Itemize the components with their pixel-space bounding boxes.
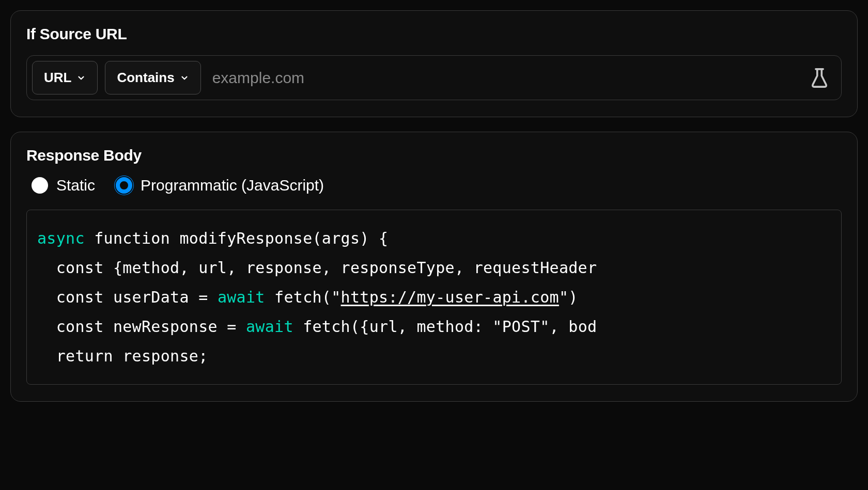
code-text: ") bbox=[559, 288, 578, 306]
field-select-label: URL bbox=[44, 70, 71, 86]
radio-programmatic-label: Programmatic (JavaScript) bbox=[141, 177, 324, 194]
radio-indicator bbox=[32, 177, 48, 194]
code-text: fetch(" bbox=[265, 288, 341, 306]
radio-group: Static Programmatic (JavaScript) bbox=[26, 177, 842, 194]
code-text: return response; bbox=[37, 347, 208, 365]
code-url: https://my-user-api.com bbox=[341, 288, 559, 306]
code-text: function modifyResponse(args) { bbox=[85, 229, 389, 247]
radio-static-label: Static bbox=[56, 177, 95, 194]
radio-static[interactable]: Static bbox=[32, 177, 95, 194]
operator-select-label: Contains bbox=[117, 70, 174, 86]
field-select[interactable]: URL bbox=[32, 61, 98, 94]
code-keyword: await bbox=[246, 318, 293, 336]
chevron-down-icon bbox=[180, 73, 189, 83]
code-text: fetch({url, method: "POST", bod bbox=[293, 318, 597, 336]
code-text: const newResponse = bbox=[37, 318, 246, 336]
response-body-panel: Response Body Static Programmatic (JavaS… bbox=[10, 132, 858, 402]
operator-select[interactable]: Contains bbox=[105, 61, 200, 94]
code-keyword: await bbox=[218, 288, 265, 306]
code-keyword: async bbox=[37, 229, 85, 247]
source-url-panel: If Source URL URL Contains bbox=[10, 10, 858, 117]
source-url-title: If Source URL bbox=[26, 25, 842, 43]
radio-programmatic[interactable]: Programmatic (JavaScript) bbox=[116, 177, 324, 194]
code-text: const {method, url, response, responseTy… bbox=[37, 259, 597, 277]
chevron-down-icon bbox=[76, 73, 86, 83]
radio-indicator bbox=[116, 177, 132, 194]
response-body-title: Response Body bbox=[26, 147, 842, 164]
url-input[interactable] bbox=[208, 67, 803, 89]
flask-icon[interactable] bbox=[810, 68, 829, 88]
code-text: const userData = bbox=[37, 288, 218, 306]
code-editor[interactable]: async function modifyResponse(args) { co… bbox=[26, 210, 842, 385]
url-condition-row: URL Contains bbox=[26, 55, 842, 100]
